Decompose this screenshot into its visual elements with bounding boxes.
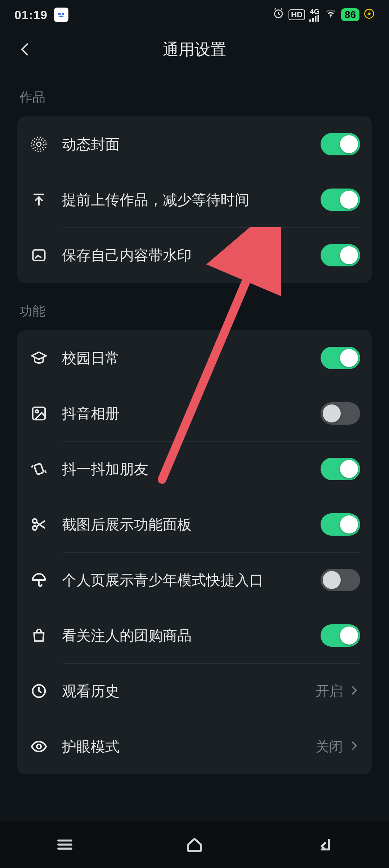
svg-point-0 xyxy=(58,13,61,15)
svg-rect-4 xyxy=(312,18,314,22)
svg-point-14 xyxy=(35,410,38,413)
scissors-icon xyxy=(29,514,49,535)
row-label: 抖一抖加朋友 xyxy=(62,459,321,479)
svg-rect-15 xyxy=(34,463,44,475)
row-label: 动态封面 xyxy=(62,134,321,154)
shake-icon xyxy=(29,459,49,479)
row-value: 关闭 xyxy=(316,738,343,756)
row-shake[interactable]: 抖一抖加朋友 xyxy=(17,441,372,497)
back-button[interactable] xyxy=(14,39,36,60)
nav-back-button[interactable] xyxy=(310,830,339,859)
row-label: 校园日常 xyxy=(62,348,321,368)
row-label: 保存自己内容带水印 xyxy=(62,245,321,265)
chevron-right-icon xyxy=(348,740,360,753)
upload-icon xyxy=(29,190,49,210)
status-app-icon xyxy=(54,8,68,22)
svg-rect-12 xyxy=(33,250,45,260)
row-label: 截图后展示功能面板 xyxy=(62,515,321,535)
row-label: 个人页展示青少年模式快捷入口 xyxy=(62,570,321,590)
row-screenshot-panel[interactable]: 截图后展示功能面板 xyxy=(17,497,372,552)
toggle-campus[interactable] xyxy=(321,347,360,369)
alarm-icon xyxy=(273,8,284,22)
target-icon xyxy=(29,134,49,154)
bag-icon xyxy=(29,625,49,646)
toggle-screenshot-panel[interactable] xyxy=(321,513,360,536)
wifi-icon xyxy=(325,7,337,22)
row-label: 提前上传作品，减少等待时间 xyxy=(62,190,321,210)
group-works: 动态封面 提前上传作品，减少等待时间 保存自己内容带水印 xyxy=(17,116,372,283)
section-header-works: 作品 xyxy=(17,69,372,116)
toggle-pre-upload[interactable] xyxy=(321,189,360,211)
row-campus[interactable]: 校园日常 xyxy=(17,330,372,386)
nav-home-button[interactable] xyxy=(180,830,209,859)
umbrella-icon xyxy=(29,570,49,590)
clock-icon xyxy=(29,681,49,701)
row-label: 观看历史 xyxy=(62,681,316,701)
toggle-dynamic-cover[interactable] xyxy=(321,133,360,155)
svg-rect-5 xyxy=(315,16,317,22)
svg-point-9 xyxy=(37,142,41,146)
page-title: 通用设置 xyxy=(163,39,226,60)
network-label: 4G xyxy=(309,8,320,22)
row-value: 开启 xyxy=(316,682,343,700)
battery-level: 86 xyxy=(341,8,359,21)
charging-icon xyxy=(364,8,375,22)
eye-icon xyxy=(29,736,49,757)
row-save-watermark[interactable]: 保存自己内容带水印 xyxy=(17,227,372,283)
row-group-buy[interactable]: 看关注人的团购商品 xyxy=(17,608,372,663)
row-label: 看关注人的团购商品 xyxy=(62,626,321,646)
row-history[interactable]: 观看历史 开启 xyxy=(17,663,372,719)
svg-point-19 xyxy=(37,744,41,749)
row-label: 抖音相册 xyxy=(62,404,321,424)
svg-rect-3 xyxy=(309,19,311,22)
toggle-group-buy[interactable] xyxy=(321,624,360,647)
row-label: 护眼模式 xyxy=(62,737,316,757)
row-eye-mode[interactable]: 护眼模式 关闭 xyxy=(17,719,372,774)
row-album[interactable]: 抖音相册 xyxy=(17,386,372,441)
row-pre-upload[interactable]: 提前上传作品，减少等待时间 xyxy=(17,172,372,227)
header: 通用设置 xyxy=(0,30,389,69)
svg-rect-6 xyxy=(317,15,319,22)
photo-icon xyxy=(29,245,49,265)
toggle-save-watermark[interactable] xyxy=(321,244,360,266)
toggle-teen-mode[interactable] xyxy=(321,569,360,591)
toggle-shake[interactable] xyxy=(321,458,360,480)
image-icon xyxy=(29,403,49,424)
row-teen-mode[interactable]: 个人页展示青少年模式快捷入口 xyxy=(17,552,372,608)
status-bar: 01:19 HD 4G 86 xyxy=(0,0,389,30)
row-dynamic-cover[interactable]: 动态封面 xyxy=(17,116,372,172)
nav-recent-button[interactable] xyxy=(50,830,79,859)
status-time: 01:19 xyxy=(14,8,48,22)
group-features: 校园日常 抖音相册 抖一抖加朋友 xyxy=(17,330,372,774)
system-navbar xyxy=(0,821,389,868)
section-header-features: 功能 xyxy=(17,283,372,330)
graduation-icon xyxy=(29,348,49,368)
chevron-right-icon xyxy=(348,684,360,698)
svg-point-10 xyxy=(34,139,44,149)
hd-icon: HD xyxy=(289,9,305,20)
svg-point-1 xyxy=(62,13,64,15)
toggle-album[interactable] xyxy=(321,402,360,425)
svg-point-7 xyxy=(330,16,331,17)
